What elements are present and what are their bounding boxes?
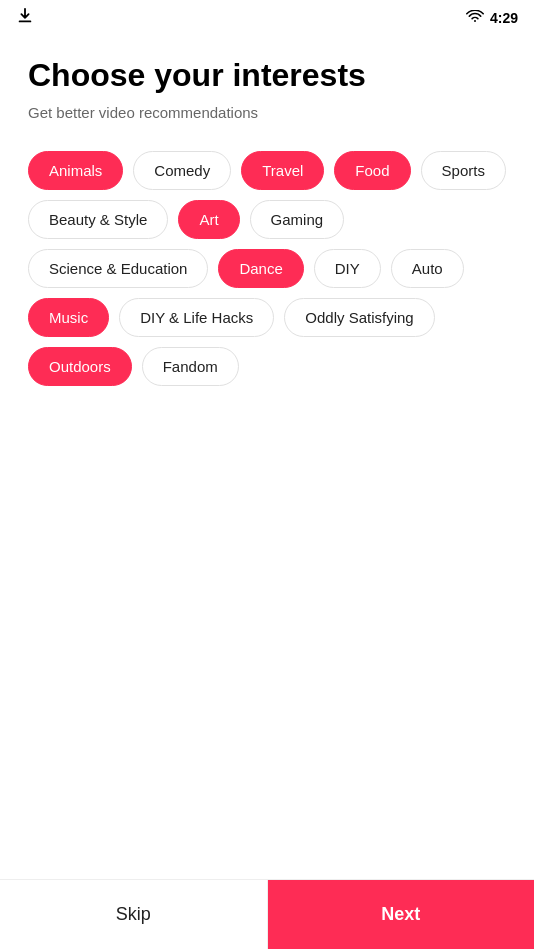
- status-bar: 4:29: [0, 0, 534, 36]
- next-button[interactable]: Next: [268, 880, 535, 949]
- tag-diy[interactable]: DIY: [314, 249, 381, 288]
- tag-diy-life-hacks[interactable]: DIY & Life Hacks: [119, 298, 274, 337]
- tag-outdoors[interactable]: Outdoors: [28, 347, 132, 386]
- wifi-icon: [466, 10, 484, 27]
- tag-food[interactable]: Food: [334, 151, 410, 190]
- status-time: 4:29: [490, 10, 518, 26]
- status-right: 4:29: [466, 10, 518, 27]
- tag-animals[interactable]: Animals: [28, 151, 123, 190]
- tag-travel[interactable]: Travel: [241, 151, 324, 190]
- tag-science-education[interactable]: Science & Education: [28, 249, 208, 288]
- status-left: [16, 7, 34, 29]
- tag-beauty-style[interactable]: Beauty & Style: [28, 200, 168, 239]
- tag-music[interactable]: Music: [28, 298, 109, 337]
- tag-comedy[interactable]: Comedy: [133, 151, 231, 190]
- tag-auto[interactable]: Auto: [391, 249, 464, 288]
- tag-gaming[interactable]: Gaming: [250, 200, 345, 239]
- tag-art[interactable]: Art: [178, 200, 239, 239]
- tag-dance[interactable]: Dance: [218, 249, 303, 288]
- skip-button[interactable]: Skip: [0, 880, 268, 949]
- page-title: Choose your interests: [28, 56, 506, 94]
- tags-container: AnimalsComedyTravelFoodSportsBeauty & St…: [28, 151, 506, 386]
- subtitle: Get better video recommendations: [28, 104, 506, 121]
- tag-fandom[interactable]: Fandom: [142, 347, 239, 386]
- tag-sports[interactable]: Sports: [421, 151, 506, 190]
- bottom-bar: Skip Next: [0, 879, 534, 949]
- main-content: Choose your interests Get better video r…: [0, 36, 534, 406]
- download-icon: [16, 7, 34, 29]
- tag-oddly-satisfying[interactable]: Oddly Satisfying: [284, 298, 434, 337]
